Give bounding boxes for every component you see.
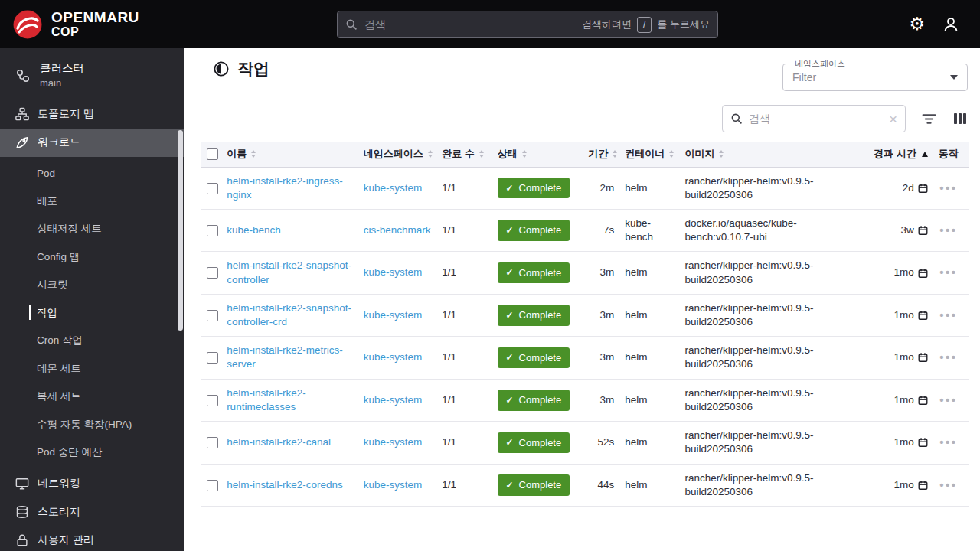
row-checkbox[interactable] bbox=[207, 267, 218, 279]
column-header[interactable]: 이미지 bbox=[684, 142, 864, 167]
column-label: 완료 수 bbox=[442, 147, 475, 161]
sidebar-item-networking[interactable]: 네트워킹 bbox=[0, 469, 184, 497]
job-name-link[interactable]: helm-install-rke2-canal bbox=[227, 436, 331, 448]
check-icon: ✓ bbox=[506, 479, 514, 491]
calendar-icon bbox=[918, 268, 928, 279]
job-name-link[interactable]: helm-install-rke2-ingress-nginx bbox=[227, 175, 343, 201]
sidebar-sub-item[interactable]: 상태저장 세트 bbox=[0, 215, 184, 243]
sidebar-sub-item[interactable]: 작업 bbox=[0, 298, 184, 327]
sidebar-item-label: 토폴로지 맵 bbox=[38, 107, 94, 121]
global-search-input[interactable] bbox=[364, 18, 582, 31]
row-checkbox[interactable] bbox=[207, 352, 218, 364]
column-header[interactable]: 네임스페이스 bbox=[364, 142, 442, 167]
brand-logo[interactable]: OPENMARU COP bbox=[12, 0, 139, 48]
namespace-filter-dropdown[interactable]: 네임스페이스 Filter bbox=[782, 64, 968, 91]
row-actions-button[interactable]: ••• bbox=[939, 223, 957, 236]
namespace-link[interactable]: kube-system bbox=[364, 266, 423, 278]
image-value: rancher/klipper-helm:v0.9.5-build2025030… bbox=[684, 252, 864, 294]
namespace-link[interactable]: kube-system bbox=[364, 309, 423, 321]
namespace-link[interactable]: kube-system bbox=[364, 351, 423, 363]
columns-icon[interactable] bbox=[952, 111, 968, 126]
namespace-link[interactable]: kube-system bbox=[364, 394, 423, 406]
sidebar-item-storage[interactable]: 스토리지 bbox=[0, 497, 184, 526]
nav-scrollbar-thumb[interactable] bbox=[178, 130, 183, 331]
calendar-icon bbox=[918, 480, 928, 491]
row-checkbox[interactable] bbox=[207, 395, 218, 406]
select-all-checkbox[interactable] bbox=[207, 148, 218, 160]
sidebar-item-workloads[interactable]: 워크로드 bbox=[0, 129, 184, 157]
job-name-link[interactable]: helm-install-rke2-snapshot-controller bbox=[227, 259, 351, 285]
row-checkbox[interactable] bbox=[207, 437, 218, 448]
sidebar-sub-item[interactable]: Pod bbox=[0, 159, 184, 187]
table-search-input[interactable] bbox=[749, 112, 889, 125]
table-search-box[interactable]: × bbox=[722, 105, 906, 132]
namespace-link[interactable]: kube-system bbox=[364, 182, 423, 194]
sidebar-sub-item[interactable]: Config 맵 bbox=[0, 243, 184, 271]
status-label: Complete bbox=[519, 393, 562, 407]
check-icon: ✓ bbox=[506, 436, 514, 448]
sidebar-sub-item[interactable]: 복제 세트 bbox=[0, 383, 184, 411]
page-title: 작업 bbox=[213, 58, 270, 80]
brand-text: OPENMARU COP bbox=[51, 10, 139, 39]
sidebar-sub-item-label: Pod 중단 예산 bbox=[37, 445, 103, 459]
app-window: OPENMARU COP 검색하려면 / 를 누르세요 ⚙ bbox=[0, 0, 980, 551]
row-actions-button[interactable]: ••• bbox=[939, 478, 957, 491]
sidebar-sub-item[interactable]: Cron 작업 bbox=[0, 327, 184, 355]
job-name-link[interactable]: helm-install-rke2-snapshot-controller-cr… bbox=[227, 302, 351, 328]
column-header[interactable]: 컨테이너 bbox=[625, 142, 684, 167]
row-actions-button[interactable]: ••• bbox=[939, 393, 957, 406]
table-row: kube-bench cis-benchmark 1/1 ✓ Complete … bbox=[201, 209, 969, 251]
sidebar-sub-item-label: 시크릿 bbox=[37, 278, 68, 292]
sidebar-sub-item[interactable]: 배포 bbox=[0, 187, 184, 215]
image-value: rancher/klipper-helm:v0.9.5-build2025030… bbox=[684, 422, 864, 464]
column-header[interactable]: 동작 bbox=[936, 142, 969, 167]
container-value: helm bbox=[625, 464, 684, 506]
clear-search-icon[interactable]: × bbox=[889, 112, 897, 126]
sidebar-sub-item[interactable]: 데몬 세트 bbox=[0, 354, 184, 383]
job-name-link[interactable]: helm-install-rke2-runtimeclasses bbox=[227, 387, 306, 412]
row-checkbox[interactable] bbox=[207, 225, 218, 236]
row-checkbox[interactable] bbox=[207, 480, 218, 491]
brand-name: OPENMARU bbox=[51, 10, 139, 26]
check-icon: ✓ bbox=[506, 309, 514, 321]
job-name-link[interactable]: helm-install-rke2-coredns bbox=[227, 479, 343, 491]
sidebar-item-topology[interactable]: 토폴로지 맵 bbox=[0, 100, 184, 129]
sidebar-item-label: 네트워킹 bbox=[38, 477, 80, 491]
global-search-box[interactable]: 검색하려면 / 를 누르세요 bbox=[337, 11, 718, 38]
filter-icon[interactable] bbox=[921, 111, 937, 127]
sidebar-sub-item[interactable]: Pod 중단 예산 bbox=[0, 439, 184, 467]
job-name-link[interactable]: kube-bench bbox=[227, 224, 281, 236]
column-header[interactable]: 기간 bbox=[580, 142, 625, 167]
row-actions-button[interactable]: ••• bbox=[939, 350, 957, 364]
container-value: helm bbox=[625, 294, 684, 336]
job-name-link[interactable]: helm-install-rke2-metrics-server bbox=[227, 344, 343, 370]
settings-gear-icon[interactable]: ⚙ bbox=[909, 15, 925, 33]
sidebar-sub-item-label: 상태저장 세트 bbox=[37, 222, 102, 236]
row-actions-button[interactable]: ••• bbox=[939, 308, 957, 321]
table-row: helm-install-rke2-metrics-server kube-sy… bbox=[201, 337, 969, 379]
namespace-link[interactable]: kube-system bbox=[364, 479, 423, 491]
row-actions-button[interactable]: ••• bbox=[939, 266, 957, 279]
sidebar-item-user-management[interactable]: 사용자 관리 bbox=[0, 526, 184, 551]
status-label: Complete bbox=[519, 436, 562, 450]
networking-monitor-icon bbox=[15, 477, 29, 491]
column-header[interactable]: 이름 bbox=[227, 142, 364, 167]
column-label: 네임스페이스 bbox=[364, 147, 423, 161]
sidebar-item-label: 워크로드 bbox=[38, 135, 80, 149]
column-header[interactable]: 상태 bbox=[498, 142, 580, 167]
sidebar-sub-item[interactable]: 시크릿 bbox=[0, 271, 184, 299]
column-header[interactable]: 경과 시간 bbox=[864, 142, 935, 167]
row-checkbox[interactable] bbox=[207, 310, 218, 321]
sidebar-item-cluster[interactable]: 클러스터 main bbox=[0, 48, 184, 100]
row-checkbox[interactable] bbox=[207, 183, 218, 194]
namespace-link[interactable]: cis-benchmark bbox=[364, 224, 431, 236]
status-badge: ✓ Complete bbox=[498, 262, 570, 284]
column-header[interactable]: 완료 수 bbox=[442, 142, 497, 167]
namespace-link[interactable]: kube-system bbox=[364, 436, 423, 448]
completions-value: 1/1 bbox=[442, 379, 497, 421]
sidebar-sub-item[interactable]: 수평 자동 확장(HPA) bbox=[0, 410, 184, 439]
row-actions-button[interactable]: ••• bbox=[939, 181, 957, 194]
calendar-icon bbox=[918, 437, 928, 448]
user-avatar-icon[interactable] bbox=[942, 15, 960, 34]
row-actions-button[interactable]: ••• bbox=[939, 435, 957, 448]
